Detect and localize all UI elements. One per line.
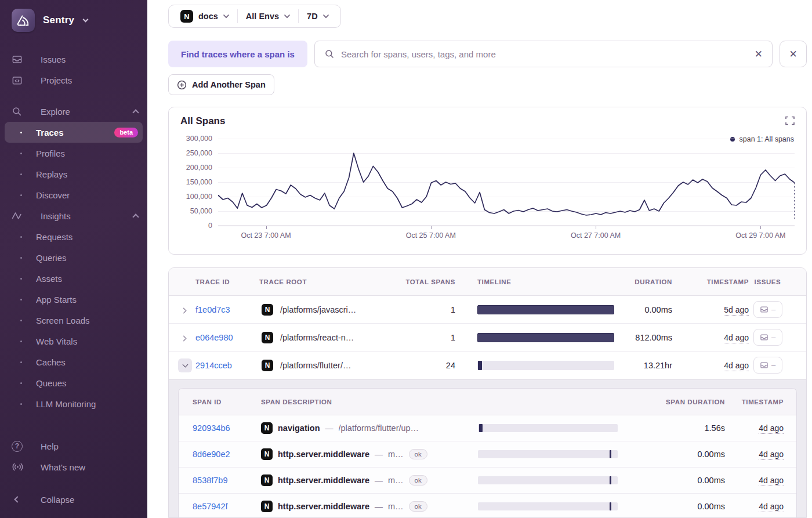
find-traces-label[interactable]: Find traces where a span is xyxy=(168,41,307,67)
timestamp-link[interactable]: 5d ago xyxy=(724,305,749,316)
timestamp-link[interactable]: 4d ago xyxy=(724,361,749,371)
span-row: 920934b6 N navigation — /platforms/flutt… xyxy=(179,415,796,441)
chart-body: 300,000 250,000 200,000 150,000 100,000 … xyxy=(180,139,795,226)
span-op: navigation xyxy=(278,423,320,433)
bullet-icon xyxy=(20,299,22,300)
project-selector[interactable]: N docs xyxy=(172,5,237,27)
collapse-trace-button[interactable] xyxy=(178,358,192,372)
sidebar-item-discover[interactable]: Discover xyxy=(0,184,147,205)
bullet-icon xyxy=(20,278,22,280)
expand-chart-button[interactable] xyxy=(785,116,795,128)
timestamp-link[interactable]: 4d ago xyxy=(759,423,784,434)
sidebar-section-insights[interactable]: Insights xyxy=(0,205,147,226)
clear-search-icon[interactable]: ✕ xyxy=(755,49,763,59)
trace-id-link[interactable]: f1e0d7c3 xyxy=(195,305,258,314)
span-op: http.server.middleware xyxy=(278,476,369,485)
sidebar-item-label: Assets xyxy=(36,274,138,284)
timestamp-link[interactable]: 4d ago xyxy=(759,476,784,486)
issues-button[interactable]: – xyxy=(753,329,782,346)
span-id-link[interactable]: 920934b6 xyxy=(193,423,261,433)
sidebar-item-projects[interactable]: Projects xyxy=(0,70,147,90)
search-input[interactable] xyxy=(341,49,748,59)
all-spans-chart-panel: All Spans span 1: All spans 300,000 250,… xyxy=(168,107,807,255)
chart-plot-area[interactable] xyxy=(218,139,795,226)
bullet-icon xyxy=(20,340,22,342)
span-row: 8538f7b9 N http.server.middleware — m… o… xyxy=(179,468,796,494)
span-row: 8d6e90e2 N http.server.middleware — m… o… xyxy=(179,441,796,468)
sidebar-item-profiles[interactable]: Profiles xyxy=(0,143,147,164)
environment-name: All Envs xyxy=(246,12,279,21)
project-name: docs xyxy=(198,12,218,21)
traces-table: TRACE ID TRACE ROOT TOTAL SPANS TIMELINE… xyxy=(168,267,807,518)
trace-row: e064e980 N /platforms/react-n… 1 812.00m… xyxy=(169,324,806,352)
trace-id-link[interactable]: 2914cceb xyxy=(195,361,258,370)
sidebar-nav: Issues Projects Explore xyxy=(0,49,147,518)
x-axis-labels: Oct 23 7:00 AM Oct 25 7:00 AM Oct 27 7:0… xyxy=(218,226,795,244)
nextjs-platform-icon: N xyxy=(262,304,273,316)
line-series xyxy=(218,139,795,226)
issues-icon xyxy=(12,54,27,65)
issues-button[interactable]: – xyxy=(753,357,782,374)
sidebar-item-whats-new[interactable]: What's new xyxy=(0,457,147,477)
bullet-icon xyxy=(20,257,22,259)
sidebar-item-caches[interactable]: Caches xyxy=(0,352,147,372)
expand-trace-button[interactable] xyxy=(178,332,195,343)
span-id-link[interactable]: 8538f7b9 xyxy=(193,476,261,485)
col-timeline: TIMELINE xyxy=(477,278,614,285)
sidebar-item-label: Web Vitals xyxy=(36,336,138,346)
status-badge: ok xyxy=(409,501,427,512)
sidebar-item-label: LLM Monitoring xyxy=(36,399,138,409)
timestamp-link[interactable]: 4d ago xyxy=(724,333,749,343)
span-duration: 0.00ms xyxy=(618,450,725,459)
timestamp-link[interactable]: 4d ago xyxy=(759,450,784,460)
nextjs-platform-icon: N xyxy=(262,360,273,371)
trace-id-link[interactable]: e064e980 xyxy=(195,333,258,342)
sidebar-item-web-vitals[interactable]: Web Vitals xyxy=(0,331,147,352)
issues-button[interactable]: – xyxy=(753,301,782,318)
sidebar-item-label: Requests xyxy=(36,232,138,242)
date-range-selector[interactable]: 7D xyxy=(299,5,337,27)
duration: 13.21hr xyxy=(614,361,672,370)
timestamp-link[interactable]: 4d ago xyxy=(759,502,784,512)
span-id-link[interactable]: 8e57942f xyxy=(193,502,261,511)
section-label: Explore xyxy=(41,107,133,117)
sidebar-item-label: Screen Loads xyxy=(36,316,138,325)
projects-icon xyxy=(12,75,27,86)
sidebar-section-explore[interactable]: Explore xyxy=(0,101,147,122)
fullscreen-icon xyxy=(785,116,795,125)
add-another-span-button[interactable]: Add Another Span xyxy=(168,74,274,95)
sidebar-item-issues[interactable]: Issues xyxy=(0,49,147,70)
sidebar-item-label: Projects xyxy=(41,75,138,85)
col-span-duration: SPAN DURATION xyxy=(618,399,725,405)
sidebar-item-replays[interactable]: Replays xyxy=(0,164,147,184)
sidebar-item-screen-loads[interactable]: Screen Loads xyxy=(0,310,147,331)
bullet-icon xyxy=(20,194,22,196)
duration: 0.00ms xyxy=(614,305,672,314)
span-id-link[interactable]: 8d6e90e2 xyxy=(193,450,261,459)
expand-trace-button[interactable] xyxy=(178,305,195,315)
span-timeline-bar xyxy=(478,502,618,510)
org-switcher[interactable]: Sentry xyxy=(0,8,147,33)
remove-span-filter-button[interactable]: ✕ xyxy=(780,41,807,67)
help-icon: ? xyxy=(12,441,27,452)
sidebar-item-llm-monitoring[interactable]: LLM Monitoring xyxy=(0,393,147,414)
sidebar-item-label: What's new xyxy=(41,462,138,472)
plus-circle-icon xyxy=(177,80,187,90)
sidebar-item-help[interactable]: ? Help xyxy=(0,436,147,457)
sidebar-item-app-starts[interactable]: App Starts xyxy=(0,289,147,310)
add-span-label: Add Another Span xyxy=(192,80,266,89)
sidebar-item-traces[interactable]: Traces beta xyxy=(5,122,143,143)
span-duration: 0.00ms xyxy=(618,502,725,511)
sidebar-item-queues[interactable]: Queues xyxy=(0,372,147,393)
nextjs-platform-icon: N xyxy=(261,422,273,434)
sidebar-item-requests[interactable]: Requests xyxy=(0,226,147,247)
sidebar-item-label: Replays xyxy=(36,169,138,179)
sidebar-collapse-button[interactable]: Collapse xyxy=(0,489,147,510)
span-op: http.server.middleware xyxy=(278,502,369,511)
environment-selector[interactable]: All Envs xyxy=(238,5,298,27)
sidebar-item-assets[interactable]: Assets xyxy=(0,268,147,289)
trace-root: /platforms/react-n… xyxy=(280,333,354,342)
span-description: m… xyxy=(388,450,404,459)
sidebar-item-label: Traces xyxy=(36,128,114,137)
sidebar-item-queries[interactable]: Queries xyxy=(0,247,147,268)
